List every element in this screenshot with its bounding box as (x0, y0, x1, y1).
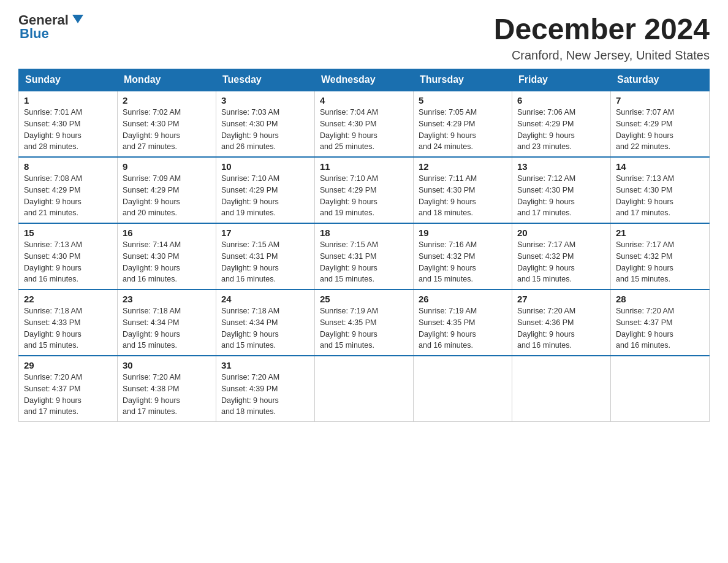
calendar-day-cell: 26 Sunrise: 7:19 AM Sunset: 4:35 PM Dayl… (414, 289, 512, 356)
location-text: Cranford, New Jersey, United States (494, 48, 710, 63)
day-number: 15 (24, 228, 112, 238)
day-number: 9 (123, 161, 211, 172)
day-number: 28 (616, 294, 704, 304)
daylight-text: Daylight: 9 hours (419, 131, 476, 140)
day-number: 18 (320, 228, 408, 238)
calendar-day-cell: 10 Sunrise: 7:10 AM Sunset: 4:29 PM Dayl… (216, 157, 315, 223)
daylight-minutes-text: and 17 minutes. (517, 209, 572, 217)
calendar-week-row: 29 Sunrise: 7:20 AM Sunset: 4:37 PM Dayl… (19, 356, 710, 422)
daylight-text: Daylight: 9 hours (24, 396, 82, 405)
calendar-day-cell: 1 Sunrise: 7:01 AM Sunset: 4:30 PM Dayli… (19, 91, 118, 157)
day-info: Sunrise: 7:18 AM Sunset: 4:34 PM Dayligh… (123, 305, 211, 351)
day-info: Sunrise: 7:12 AM Sunset: 4:30 PM Dayligh… (517, 173, 605, 219)
day-number: 22 (24, 294, 112, 304)
daylight-minutes-text: and 19 minutes. (221, 209, 276, 217)
sunrise-text: Sunrise: 7:05 AM (419, 108, 477, 117)
calendar-day-cell (414, 356, 512, 422)
day-info: Sunrise: 7:10 AM Sunset: 4:29 PM Dayligh… (221, 173, 309, 219)
sunset-text: Sunset: 4:33 PM (24, 318, 80, 327)
daylight-minutes-text: and 22 minutes. (616, 142, 670, 151)
calendar-day-cell: 17 Sunrise: 7:15 AM Sunset: 4:31 PM Dayl… (216, 223, 315, 289)
day-number: 21 (616, 228, 704, 238)
day-info: Sunrise: 7:18 AM Sunset: 4:34 PM Dayligh… (221, 305, 309, 351)
day-number: 3 (221, 95, 309, 105)
day-info: Sunrise: 7:03 AM Sunset: 4:30 PM Dayligh… (221, 107, 309, 153)
sunset-text: Sunset: 4:29 PM (320, 186, 376, 194)
day-info: Sunrise: 7:10 AM Sunset: 4:29 PM Dayligh… (320, 173, 408, 219)
day-info: Sunrise: 7:07 AM Sunset: 4:29 PM Dayligh… (616, 107, 704, 153)
day-of-week-header: Wednesday (315, 69, 414, 91)
daylight-text: Daylight: 9 hours (517, 131, 575, 140)
daylight-text: Daylight: 9 hours (517, 264, 575, 272)
day-number: 24 (221, 294, 309, 304)
calendar-day-cell: 16 Sunrise: 7:14 AM Sunset: 4:30 PM Dayl… (118, 223, 216, 289)
calendar-week-row: 8 Sunrise: 7:08 AM Sunset: 4:29 PM Dayli… (19, 157, 710, 223)
calendar-day-cell (315, 356, 414, 422)
sunset-text: Sunset: 4:35 PM (419, 318, 475, 327)
day-number: 12 (419, 161, 507, 172)
sunset-text: Sunset: 4:30 PM (616, 186, 672, 194)
day-number: 8 (24, 161, 112, 172)
daylight-minutes-text: and 21 minutes. (24, 209, 78, 217)
sunset-text: Sunset: 4:30 PM (24, 120, 80, 128)
sunrise-text: Sunrise: 7:18 AM (24, 307, 82, 315)
sunrise-text: Sunrise: 7:13 AM (24, 240, 82, 249)
calendar-day-cell: 12 Sunrise: 7:11 AM Sunset: 4:30 PM Dayl… (414, 157, 512, 223)
daylight-minutes-text: and 16 minutes. (616, 341, 670, 350)
daylight-minutes-text: and 15 minutes. (320, 341, 374, 350)
calendar-day-cell: 6 Sunrise: 7:06 AM Sunset: 4:29 PM Dayli… (512, 91, 611, 157)
sunrise-text: Sunrise: 7:17 AM (616, 240, 674, 249)
calendar-day-cell: 4 Sunrise: 7:04 AM Sunset: 4:30 PM Dayli… (315, 91, 414, 157)
sunrise-text: Sunrise: 7:16 AM (419, 240, 477, 249)
sunrise-text: Sunrise: 7:01 AM (24, 108, 82, 117)
sunrise-text: Sunrise: 7:09 AM (123, 174, 181, 183)
sunrise-text: Sunrise: 7:07 AM (616, 108, 674, 117)
calendar-day-cell: 5 Sunrise: 7:05 AM Sunset: 4:29 PM Dayli… (414, 91, 512, 157)
day-number: 14 (616, 161, 704, 172)
daylight-text: Daylight: 9 hours (517, 330, 575, 339)
sunset-text: Sunset: 4:30 PM (221, 120, 278, 128)
day-number: 4 (320, 95, 408, 105)
daylight-minutes-text: and 26 minutes. (221, 142, 276, 151)
daylight-minutes-text: and 28 minutes. (24, 142, 78, 151)
day-info: Sunrise: 7:16 AM Sunset: 4:32 PM Dayligh… (419, 239, 507, 285)
daylight-text: Daylight: 9 hours (616, 131, 673, 140)
sunset-text: Sunset: 4:37 PM (24, 385, 80, 393)
calendar-day-cell: 15 Sunrise: 7:13 AM Sunset: 4:30 PM Dayl… (19, 223, 118, 289)
sunset-text: Sunset: 4:32 PM (616, 252, 672, 261)
sunset-text: Sunset: 4:32 PM (419, 252, 475, 261)
calendar-day-cell: 9 Sunrise: 7:09 AM Sunset: 4:29 PM Dayli… (118, 157, 216, 223)
calendar-day-cell: 3 Sunrise: 7:03 AM Sunset: 4:30 PM Dayli… (216, 91, 315, 157)
day-number: 23 (123, 294, 211, 304)
day-info: Sunrise: 7:17 AM Sunset: 4:32 PM Dayligh… (616, 239, 704, 285)
sunrise-text: Sunrise: 7:14 AM (123, 240, 181, 249)
logo-blue-text: Blue (20, 26, 49, 42)
sunrise-text: Sunrise: 7:20 AM (221, 373, 279, 381)
day-info: Sunrise: 7:11 AM Sunset: 4:30 PM Dayligh… (419, 173, 507, 219)
daylight-text: Daylight: 9 hours (123, 131, 180, 140)
sunset-text: Sunset: 4:30 PM (320, 120, 376, 128)
calendar-day-cell: 30 Sunrise: 7:20 AM Sunset: 4:38 PM Dayl… (118, 356, 216, 422)
sunset-text: Sunset: 4:30 PM (419, 186, 475, 194)
daylight-text: Daylight: 9 hours (616, 330, 673, 339)
calendar-day-cell: 24 Sunrise: 7:18 AM Sunset: 4:34 PM Dayl… (216, 289, 315, 356)
daylight-text: Daylight: 9 hours (221, 396, 279, 405)
daylight-minutes-text: and 16 minutes. (24, 275, 78, 283)
day-number: 10 (221, 161, 309, 172)
daylight-text: Daylight: 9 hours (320, 264, 377, 272)
daylight-minutes-text: and 18 minutes. (419, 209, 473, 217)
daylight-text: Daylight: 9 hours (24, 131, 82, 140)
calendar-week-row: 15 Sunrise: 7:13 AM Sunset: 4:30 PM Dayl… (19, 223, 710, 289)
sunrise-text: Sunrise: 7:04 AM (320, 108, 378, 117)
day-info: Sunrise: 7:05 AM Sunset: 4:29 PM Dayligh… (419, 107, 507, 153)
daylight-text: Daylight: 9 hours (517, 197, 575, 206)
daylight-minutes-text: and 27 minutes. (123, 142, 177, 151)
svg-marker-0 (72, 15, 83, 23)
day-number: 11 (320, 161, 408, 172)
sunset-text: Sunset: 4:29 PM (616, 120, 672, 128)
day-info: Sunrise: 7:20 AM Sunset: 4:38 PM Dayligh… (123, 372, 211, 418)
sunset-text: Sunset: 4:36 PM (517, 318, 574, 327)
calendar-week-row: 22 Sunrise: 7:18 AM Sunset: 4:33 PM Dayl… (19, 289, 710, 356)
sunset-text: Sunset: 4:29 PM (24, 186, 80, 194)
daylight-text: Daylight: 9 hours (221, 330, 279, 339)
